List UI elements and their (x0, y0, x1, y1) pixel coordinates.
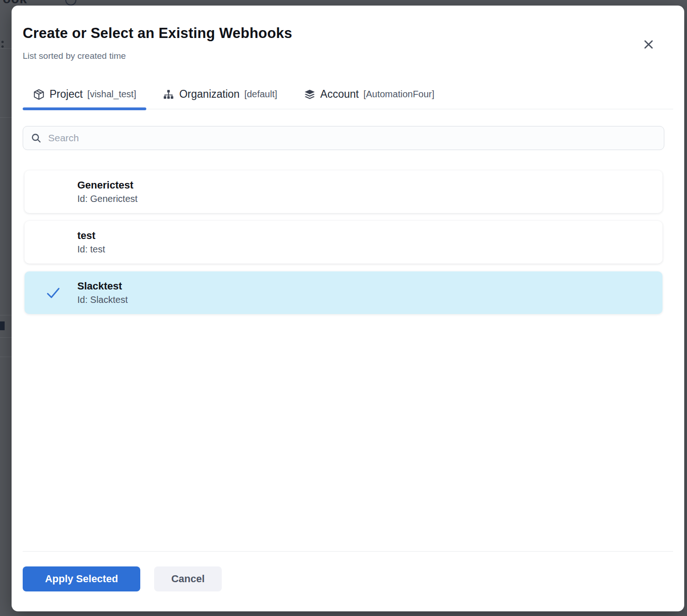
list-item-slacktest[interactable]: Slacktest Id: Slacktest (25, 271, 662, 314)
item-id: Id: test (77, 243, 105, 256)
tab-account[interactable]: Account [AutomationFour] (294, 88, 445, 109)
search-input[interactable] (48, 132, 656, 144)
background-divider (0, 48, 12, 49)
close-icon (643, 38, 655, 50)
item-name: test (77, 229, 105, 243)
layers-icon (304, 88, 316, 101)
cancel-button[interactable]: Cancel (154, 566, 222, 591)
item-text: Slacktest Id: Slacktest (77, 279, 128, 307)
modal-subtitle: List sorted by created time (23, 51, 126, 61)
tab-label: Project (50, 88, 83, 101)
item-text: Generictest Id: Generictest (77, 178, 137, 206)
webhook-list: Generictest Id: Generictest test Id: tes… (25, 170, 662, 322)
check-icon (45, 284, 62, 301)
item-name: Generictest (77, 178, 137, 192)
background-divider (0, 357, 12, 357)
tab-organization[interactable]: Organization [default] (152, 88, 287, 109)
tab-context: [AutomationFour] (363, 89, 434, 100)
background-button-edge (0, 321, 5, 330)
item-name: Slacktest (77, 279, 128, 293)
tab-context: [vishal_test] (87, 89, 137, 100)
modal-title: Create or Select an Existing Webhooks (23, 25, 292, 42)
list-item-generictest[interactable]: Generictest Id: Generictest (25, 170, 662, 213)
sitemap-icon (162, 88, 175, 101)
cube-icon (33, 88, 45, 101)
tab-context: [default] (244, 89, 277, 100)
background-divider (0, 117, 12, 118)
item-id: Id: Slacktest (77, 293, 128, 307)
tab-label: Account (320, 88, 359, 101)
list-item-test[interactable]: test Id: test (25, 221, 662, 264)
webhook-select-modal: Create or Select an Existing Webhooks Li… (12, 6, 684, 611)
info-icon (65, 0, 76, 6)
item-id: Id: Generictest (77, 192, 137, 206)
background-divider (0, 315, 12, 315)
search-icon (31, 132, 42, 144)
footer-divider (23, 551, 673, 552)
tab-project[interactable]: Project [vishal_test] (23, 88, 146, 109)
item-text: test Id: test (77, 229, 105, 256)
close-button[interactable] (640, 36, 657, 53)
background-dot (1, 45, 4, 48)
apply-selected-button[interactable]: Apply Selected (23, 566, 140, 591)
background-divider (0, 337, 12, 338)
scope-tabs: Project [vishal_test] Organization [defa (23, 79, 673, 109)
background-dot (1, 41, 4, 43)
tab-label: Organization (179, 88, 239, 101)
search-box (23, 126, 664, 150)
